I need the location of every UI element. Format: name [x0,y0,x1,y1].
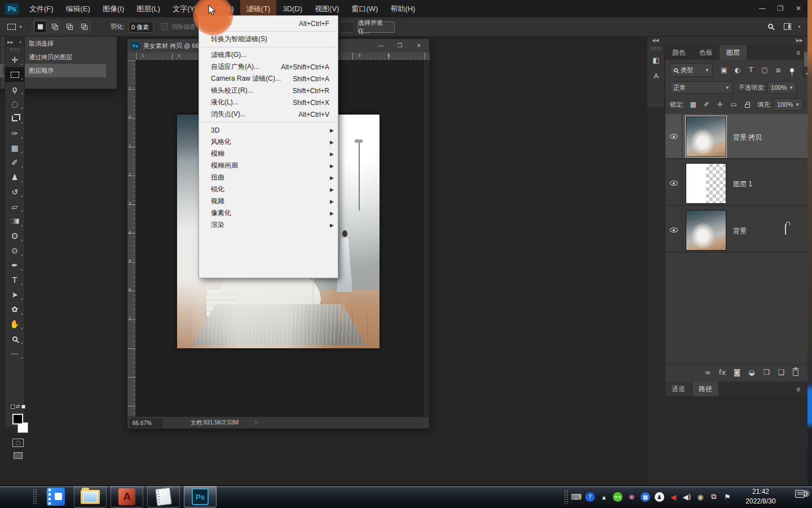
eraser-tool[interactable]: ▱ [5,199,24,214]
close-panel-icon[interactable]: ✕ [19,40,22,45]
filter-menu-item-15[interactable]: 扭曲▶ [199,172,338,183]
qq-icon[interactable]: ♟ [655,492,664,502]
mail-icon[interactable]: ◀ [668,491,679,503]
collapse-dock-left-icon[interactable]: ◀◀ [652,38,659,43]
maximize-button[interactable]: ❐ [771,0,789,17]
layer-row-背景 拷贝[interactable]: 背景 拷贝 [665,114,807,159]
link-layers-icon[interactable]: ∞ [701,366,714,378]
lock-artboard-icon[interactable]: ▭ [727,99,740,110]
workspace-chevron-icon[interactable]: ▼ [797,25,801,29]
layer-thumbnail[interactable] [686,210,726,251]
filter-menu-item-14[interactable]: 模糊画廊▶ [199,160,338,172]
layer-row-背景[interactable]: 背景 [665,208,807,253]
search-icon[interactable] [768,24,773,29]
filter-menu-item-11[interactable]: 3D▶ [199,124,338,136]
wechat-icon[interactable]: •• [613,492,623,502]
menubar-item-h[interactable]: 帮助(H) [384,0,421,17]
path-selection-tool[interactable]: ➤ [5,287,24,302]
filter-menu-item-4[interactable]: 滤镜库(G)... [199,49,338,61]
screen-mode-button[interactable] [14,452,23,459]
menubar-item-e[interactable]: 编辑(E) [60,0,96,17]
gradient-tool[interactable] [5,214,24,229]
lock-image-icon[interactable]: ✐ [700,99,713,110]
edit-toolbar-icon[interactable]: ⋯ [5,346,24,361]
filter-menu-item-12[interactable]: 风格化▶ [199,136,338,148]
taskbar-explorer-app[interactable] [74,486,107,507]
menubar-item-f[interactable]: 文件(F) [23,0,60,17]
lock-all-icon[interactable] [740,99,754,110]
panel-tab-图层[interactable]: 图层 [720,45,747,60]
network-icon[interactable]: ⧉ [708,491,720,503]
select-and-mask-button[interactable]: 选择并遮住... [358,21,395,33]
panel-grip[interactable] [10,48,20,51]
tab-路径[interactable]: 路径 [692,382,718,396]
history-brush-tool[interactable]: ↺ [5,185,24,199]
brush-tool[interactable]: ✐ [5,155,24,170]
menubar-item-w[interactable]: 窗口(W) [345,0,384,17]
filter-menu-item-6[interactable]: Camera Raw 滤镜(C)...Shift+Ctrl+A [199,73,338,85]
tool-preset-icon[interactable] [7,24,16,30]
quick-selection-tool[interactable]: ◌ [5,97,24,111]
blend-mode-dropdown[interactable]: 正常 ▼ [670,81,733,94]
filter-menu-item-18[interactable]: 像素化▶ [199,207,338,219]
filter-menu-item-8[interactable]: 液化(L)...Shift+Ctrl+X [199,97,338,108]
filter-menu-item-19[interactable]: 渲染▶ [199,219,338,231]
document-close-button[interactable]: ✕ [411,40,427,51]
spot-healing-brush-tool[interactable]: ▦ [5,141,24,155]
layer-thumbnail[interactable] [686,116,726,157]
layers-panel-menu-icon[interactable]: ≡ [796,49,800,57]
pen-tool[interactable]: ✒ [5,258,24,273]
filter-menu-item-17[interactable]: 视频▶ [199,195,338,207]
dodge-tool[interactable]: ⊙ [5,243,24,258]
smart-object-filter-icon[interactable]: ⧈ [771,64,785,76]
filter-menu-item-2[interactable]: 转换为智能滤镜(S) [199,33,338,45]
panel-tab-颜色[interactable]: 颜色 [665,45,692,60]
layer-filter-toggle[interactable] [785,64,798,76]
strip-grip[interactable] [650,47,661,50]
feather-input[interactable]: 0 像素 [129,21,153,33]
taskbar-notepad-app[interactable] [147,486,180,507]
menubar-item-i[interactable]: 图像(I) [96,0,130,17]
adjustment-layers-filter-icon[interactable]: ◐ [731,64,744,76]
layer-filter-dropdown[interactable]: 类型 ▼ [670,63,713,77]
opacity-field[interactable]: 100% ▼ [767,81,797,94]
swap-colors-icon[interactable]: ⇄ [11,404,25,409]
eyedropper-tool[interactable]: ✑ [5,126,24,141]
taskbar-photoshop-app[interactable]: Ps [184,486,217,507]
notification-area[interactable]: ③ [795,489,810,499]
taskbar-media-app[interactable] [42,486,70,507]
taskbar-clock[interactable]: 21:42 2022/8/30 [735,487,786,506]
menubar-item-l[interactable]: 图层(L) [130,0,166,17]
browser-icon[interactable]: ◉ [695,491,706,503]
lock-position-icon[interactable]: ✛ [713,99,727,110]
filter-menu-item-13[interactable]: 模糊▶ [199,148,338,160]
keyboard-icon[interactable]: ⌨ [571,491,582,503]
type-tool[interactable]: T [5,273,24,287]
layer-styles-icon[interactable]: fx [716,366,729,378]
help-icon[interactable]: ? [585,492,595,502]
volume-icon[interactable]: ◀) [681,491,692,503]
panel-tab-色板[interactable]: 色板 [692,45,720,60]
fill-field[interactable]: 100% ▼ [774,98,803,111]
paths-panel-menu-icon[interactable]: ≡ [796,386,800,393]
filter-menu-item-5[interactable]: 自适应广角(A)...Alt+Shift+Ctrl+A [199,61,338,73]
zoom-level-field[interactable]: 66.67% [130,419,162,427]
move-tool[interactable]: ✛ [5,52,24,67]
show-hidden-icons[interactable]: ▴ [598,491,610,503]
tab-通道[interactable]: 通道 [665,382,691,396]
minimize-button[interactable]: — [753,0,771,17]
quick-mask-button[interactable] [12,439,24,447]
hand-tool[interactable]: ✋ [5,317,24,331]
antialias-checkbox[interactable] [161,23,168,30]
glyphs-panel-icon[interactable]: A [647,68,665,84]
video-app-icon[interactable]: ▦ [641,492,650,502]
zoom-tool[interactable] [5,331,24,346]
filter-menu-item-7[interactable]: 镜头校正(R)...Shift+Ctrl+R [199,85,338,97]
new-group-icon[interactable]: ❒ [760,366,773,378]
subtract-from-selection-button[interactable] [63,20,76,33]
add-to-selection-button[interactable] [48,20,61,33]
close-button[interactable]: ✕ [789,0,807,17]
status-options-arrow[interactable]: 〉 [254,419,260,427]
flower-icon[interactable]: ❀ [626,491,637,503]
shape-layers-filter-icon[interactable]: ▢ [758,64,771,76]
